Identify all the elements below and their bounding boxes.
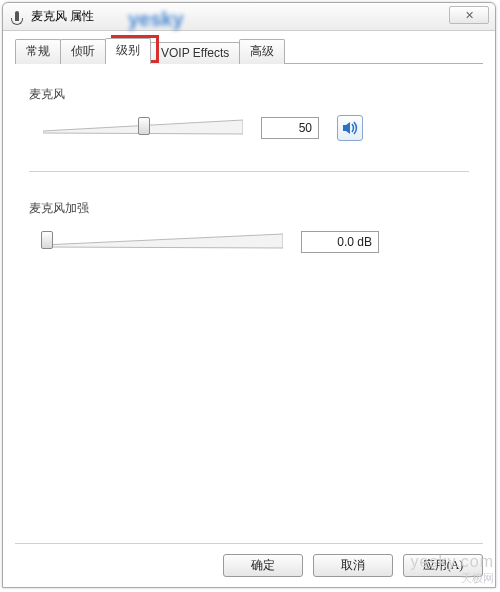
tab-voip-effects[interactable]: VOIP Effects xyxy=(150,42,240,64)
boost-slider[interactable] xyxy=(43,229,283,255)
mute-button[interactable] xyxy=(337,115,363,141)
boost-label: 麦克风加强 xyxy=(29,200,469,217)
separator xyxy=(29,171,469,172)
mic-label: 麦克风 xyxy=(29,86,469,103)
boost-row: 0.0 dB xyxy=(29,229,469,255)
tab-listen[interactable]: 侦听 xyxy=(60,39,106,64)
close-icon: ✕ xyxy=(465,9,474,22)
close-button[interactable]: ✕ xyxy=(449,6,489,24)
tab-advanced[interactable]: 高级 xyxy=(239,39,285,64)
titlebar: 麦克风 属性 ✕ xyxy=(3,3,495,31)
mic-slider[interactable] xyxy=(43,115,243,141)
tab-levels[interactable]: 级别 xyxy=(105,38,151,64)
boost-slider-thumb[interactable] xyxy=(41,231,53,249)
mic-value[interactable]: 50 xyxy=(261,117,319,139)
mic-row: 50 xyxy=(29,115,469,141)
mic-slider-thumb[interactable] xyxy=(138,117,150,135)
svg-marker-1 xyxy=(343,122,350,134)
tab-content: 麦克风 50 麦克风加强 xyxy=(3,64,495,265)
speaker-icon xyxy=(342,121,358,135)
tab-general[interactable]: 常规 xyxy=(15,39,61,64)
microphone-icon xyxy=(9,9,25,25)
slider-wedge-icon xyxy=(43,233,283,251)
cancel-button[interactable]: 取消 xyxy=(313,554,393,577)
svg-marker-2 xyxy=(43,234,283,248)
apply-button[interactable]: 应用(A) xyxy=(403,554,483,577)
tab-bar: 常规 侦听 级别 VOIP Effects 高级 xyxy=(15,41,483,64)
ok-button[interactable]: 确定 xyxy=(223,554,303,577)
dialog-footer: 确定 取消 应用(A) xyxy=(15,543,483,577)
window-title: 麦克风 属性 xyxy=(31,8,94,25)
boost-value[interactable]: 0.0 dB xyxy=(301,231,379,253)
properties-dialog: 麦克风 属性 ✕ yesky 常规 侦听 级别 VOIP Effects 高级 … xyxy=(2,2,496,588)
